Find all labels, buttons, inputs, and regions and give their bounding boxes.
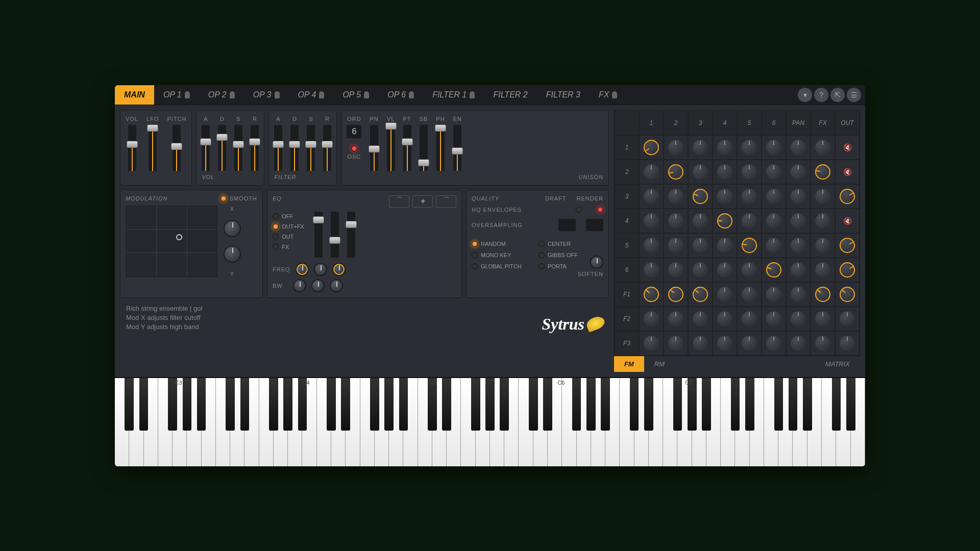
matrix-knob-F2-OUT[interactable]: .mknob::after{transform:translateX(-50%)… [840,311,855,327]
matrix-rm-tab[interactable]: RM [644,356,675,372]
vl-slider[interactable] [387,125,395,171]
tab-filter3[interactable]: FILTER 3 [537,85,590,105]
mod-y-knob[interactable] [224,245,241,263]
black-key[interactable] [298,378,307,431]
a-slider[interactable] [274,125,282,171]
matrix-knob-3-OUT[interactable]: .mknob::after{transform:translateX(-50%)… [840,189,855,204]
matrix-knob-1-6[interactable]: .mknob::after{transform:translateX(-50%)… [766,140,781,155]
matrix-knob-5-FX[interactable]: .mknob::after{transform:translateX(-50%)… [815,238,830,253]
matrix-knob-3-FX[interactable]: .mknob::after{transform:translateX(-50%)… [815,189,830,204]
tab-op6[interactable]: OP 6 [378,85,423,105]
matrix-knob-3-1[interactable]: .mknob::after{transform:translateX(-50%)… [644,189,659,204]
matrix-knob-1-1[interactable]: .mknob::after{transform:translateX(-50%)… [644,140,659,155]
black-key[interactable] [774,378,783,431]
black-key[interactable] [529,378,538,431]
matrix-knob-5-PAN[interactable]: .mknob::after{transform:translateX(-50%)… [791,238,806,253]
tab-fx[interactable]: FX [590,85,626,105]
matrix-knob-3-PAN[interactable]: .mknob::after{transform:translateX(-50%)… [791,189,806,204]
black-key[interactable] [731,378,740,431]
r-slider[interactable] [323,125,331,171]
ph-slider[interactable] [436,125,445,171]
black-key[interactable] [586,378,596,431]
eq-highshelf-icon[interactable]: ⌒ [436,195,456,208]
matrix-knob-3-3[interactable]: .mknob::after{transform:translateX(-50%)… [693,189,708,204]
d-slider[interactable] [218,125,226,171]
matrix-knob-4-2[interactable]: .mknob::after{transform:translateX(-50%)… [668,213,683,229]
matrix-knob-5-6[interactable]: .mknob::after{transform:translateX(-50%)… [766,238,781,253]
matrix-knob-3-5[interactable]: .mknob::after{transform:translateX(-50%)… [742,189,757,204]
matrix-knob-2-FX[interactable]: .mknob::after{transform:translateX(-50%)… [815,164,830,180]
black-key[interactable] [240,378,250,431]
matrix-knob-6-4[interactable]: .mknob::after{transform:translateX(-50%)… [717,262,732,278]
matrix-fm-tab[interactable]: FM [614,356,644,372]
matrix-knob-3-6[interactable]: .mknob::after{transform:translateX(-50%)… [766,189,781,204]
bw-knob-2[interactable] [311,279,325,292]
matrix-knob-6-5[interactable]: .mknob::after{transform:translateX(-50%)… [742,262,757,278]
matrix-knob-6-1[interactable]: .mknob::after{transform:translateX(-50%)… [644,262,659,278]
dropdown-icon[interactable]: ▾ [798,88,812,102]
matrix-knob-F1-6[interactable]: .mknob::after{transform:translateX(-50%)… [766,287,781,302]
black-key[interactable] [543,378,552,431]
xy-pad[interactable] [126,206,217,277]
matrix-knob-F3-PAN[interactable]: .mknob::after{transform:translateX(-50%)… [791,336,806,351]
black-key[interactable] [832,378,841,431]
osc-led[interactable] [351,145,357,152]
matrix-knob-F1-5[interactable]: .mknob::after{transform:translateX(-50%)… [742,287,757,302]
matrix-knob-F2-4[interactable]: .mknob::after{transform:translateX(-50%)… [717,311,732,327]
matrix-knob-6-3[interactable]: .mknob::after{transform:translateX(-50%)… [693,262,708,278]
black-key[interactable] [500,378,509,431]
black-key[interactable] [572,378,581,431]
matrix-knob-5-3[interactable]: .mknob::after{transform:translateX(-50%)… [693,238,708,253]
freq-knob-3[interactable] [332,263,346,276]
mod-x-knob[interactable] [224,220,241,237]
random-led[interactable] [472,241,478,247]
matrix-knob-F3-1[interactable]: .mknob::after{transform:translateX(-50%)… [644,336,659,351]
black-key[interactable] [283,378,292,431]
os-render-box[interactable] [586,219,603,231]
gibbs-led[interactable] [538,252,545,258]
matrix-knob-1-2[interactable]: .mknob::after{transform:translateX(-50%)… [668,140,683,155]
tab-op4[interactable]: OP 4 [289,85,334,105]
matrix-knob-F2-6[interactable]: .mknob::after{transform:translateX(-50%)… [766,311,781,327]
matrix-knob-4-4[interactable]: .mknob::after{transform:translateX(-50%)… [717,213,732,229]
bw-knob-3[interactable] [330,279,343,292]
center-led[interactable] [538,241,545,247]
s-slider[interactable] [234,125,242,171]
lfo-slider[interactable] [149,125,157,171]
black-key[interactable] [125,378,134,431]
matrix-knob-5-OUT[interactable]: .mknob::after{transform:translateX(-50%)… [840,238,855,253]
black-key[interactable] [370,378,379,431]
matrix-knob-1-4[interactable]: .mknob::after{transform:translateX(-50%)… [717,140,732,155]
d-slider[interactable] [290,125,299,171]
matrix-knob-5-2[interactable]: .mknob::after{transform:translateX(-50%)… [668,238,683,253]
bw-knob-1[interactable] [293,279,306,292]
matrix-knob-F2-2[interactable]: .mknob::after{transform:translateX(-50%)… [668,311,683,327]
black-key[interactable] [485,378,495,431]
matrix-knob-F2-5[interactable]: .mknob::after{transform:translateX(-50%)… [742,311,757,327]
matrix-knob-F2-3[interactable]: .mknob::after{transform:translateX(-50%)… [693,311,708,327]
matrix-knob-F3-OUT[interactable]: .mknob::after{transform:translateX(-50%)… [840,336,855,351]
pn-slider[interactable] [370,125,378,171]
tab-op5[interactable]: OP 5 [333,85,378,105]
black-key[interactable] [341,378,350,431]
eq-band3-slider[interactable] [347,212,355,258]
matrix-knob-1-3[interactable]: .mknob::after{transform:translateX(-50%)… [693,140,708,155]
black-key[interactable] [601,378,610,431]
matrix-knob-F3-3[interactable]: .mknob::after{transform:translateX(-50%)… [693,336,708,351]
matrix-knob-6-OUT[interactable]: .mknob::after{transform:translateX(-50%)… [840,262,855,278]
eq-band2-slider[interactable] [331,212,339,258]
pitch-slider[interactable] [173,125,181,171]
eq-band1-slider[interactable] [314,212,323,258]
matrix-knob-F1-OUT[interactable]: .mknob::after{transform:translateX(-50%)… [840,287,855,302]
matrix-knob-F1-1[interactable]: .mknob::after{transform:translateX(-50%)… [644,287,659,302]
matrix-knob-2-6[interactable]: .mknob::after{transform:translateX(-50%)… [766,164,781,180]
matrix-knob-F3-4[interactable]: .mknob::after{transform:translateX(-50%)… [717,336,732,351]
matrix-knob-4-6[interactable]: .mknob::after{transform:translateX(-50%)… [766,213,781,229]
matrix-knob-F1-3[interactable]: .mknob::after{transform:translateX(-50%)… [693,287,708,302]
matrix-knob-2-4[interactable]: .mknob::after{transform:translateX(-50%)… [717,164,732,180]
sb-slider[interactable] [420,125,428,171]
matrix-knob-F3-FX[interactable]: .mknob::after{transform:translateX(-50%)… [815,336,830,351]
keyboard[interactable]: C3C4C5C6C7 [115,377,865,466]
en-slider[interactable] [453,125,461,171]
eq-peak-icon[interactable]: ✦ [412,195,433,208]
